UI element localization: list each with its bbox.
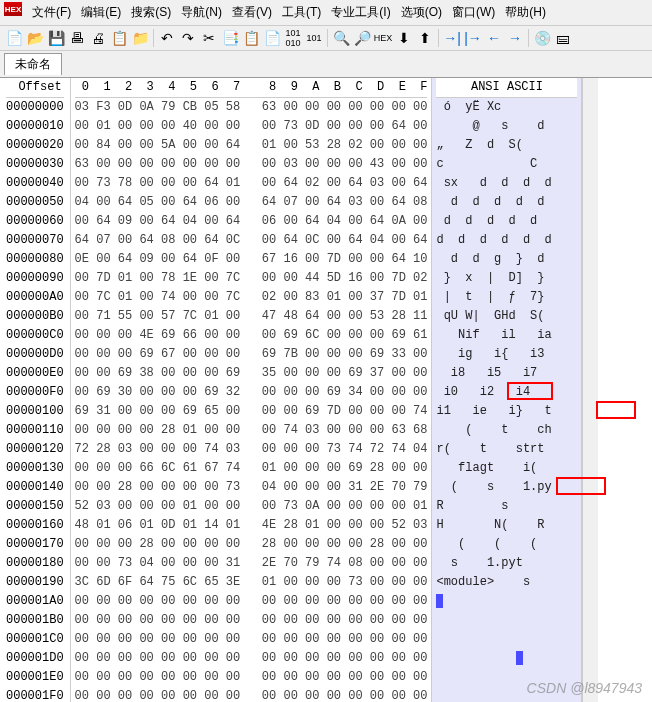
- menu-item[interactable]: 窗口(W): [448, 2, 499, 23]
- hex-row[interactable]: 00 00 00 00 28 01 00 00 00 74 03 00 00 0…: [75, 421, 428, 440]
- hex-row[interactable]: 00 00 28 00 00 00 00 73 04 00 00 00 31 2…: [75, 478, 428, 497]
- ascii-row[interactable]: r( t strt: [436, 440, 577, 459]
- menu-item[interactable]: 查看(V): [228, 2, 276, 23]
- hex-row[interactable]: 04 00 64 05 00 64 06 00 64 07 00 64 03 0…: [75, 193, 428, 212]
- hex-row[interactable]: 00 64 09 00 64 04 00 64 06 00 64 04 00 6…: [75, 212, 428, 231]
- hex-row[interactable]: 52 03 00 00 00 01 00 00 00 73 0A 00 00 0…: [75, 497, 428, 516]
- ascii-row[interactable]: Nif il ia: [436, 326, 577, 345]
- ascii-row[interactable]: @ s d: [436, 117, 577, 136]
- hex-row[interactable]: 00 84 00 00 5A 00 00 64 01 00 53 28 02 0…: [75, 136, 428, 155]
- menu-item[interactable]: 导航(N): [177, 2, 226, 23]
- menu-item[interactable]: 搜索(S): [127, 2, 175, 23]
- menu-item[interactable]: 文件(F): [28, 2, 75, 23]
- new-file-icon[interactable]: 📄: [4, 28, 24, 48]
- hex-row[interactable]: 00 7D 01 00 78 1E 00 7C 00 00 44 5D 16 0…: [75, 269, 428, 288]
- ascii-row[interactable]: <module> s: [436, 573, 577, 592]
- binary2-icon[interactable]: 101: [304, 28, 324, 48]
- ascii-row[interactable]: d d d d d: [436, 212, 577, 231]
- hex-row[interactable]: 0E 00 64 09 00 64 0F 00 67 16 00 7D 00 0…: [75, 250, 428, 269]
- hex-row[interactable]: 64 07 00 64 08 00 64 0C 00 64 0C 00 64 0…: [75, 231, 428, 250]
- ascii-row[interactable]: | t | ƒ 7}: [436, 288, 577, 307]
- hex-row[interactable]: 00 00 00 00 00 00 00 00 00 00 00 00 00 0…: [75, 630, 428, 649]
- find-next-icon[interactable]: ⬇: [394, 28, 414, 48]
- hex-row[interactable]: 69 31 00 00 00 69 65 00 00 00 69 7D 00 0…: [75, 402, 428, 421]
- ascii-row[interactable]: [436, 649, 577, 668]
- paste2-icon[interactable]: 📄: [262, 28, 282, 48]
- disk2-icon[interactable]: 🖴: [553, 28, 573, 48]
- ascii-row[interactable]: qU W| GHd S(: [436, 307, 577, 326]
- disk-icon[interactable]: 💿: [532, 28, 552, 48]
- back-icon[interactable]: ←: [484, 28, 504, 48]
- menu-item[interactable]: 专业工具(I): [327, 2, 394, 23]
- menu-item[interactable]: 选项(O): [397, 2, 446, 23]
- ascii-row[interactable]: ig i{ i3: [436, 345, 577, 364]
- hex-row[interactable]: 00 00 69 38 00 00 00 69 35 00 00 00 69 3…: [75, 364, 428, 383]
- ascii-row[interactable]: c C: [436, 155, 577, 174]
- ascii-row[interactable]: flagt i(: [436, 459, 577, 478]
- copy-icon[interactable]: 📑: [220, 28, 240, 48]
- binary-icon[interactable]: 101010: [283, 28, 303, 48]
- ascii-row[interactable]: d d g } d: [436, 250, 577, 269]
- redo-icon[interactable]: ↷: [178, 28, 198, 48]
- ascii-row[interactable]: i8 i5 i7: [436, 364, 577, 383]
- goto-icon[interactable]: →|: [442, 28, 462, 48]
- hex-row[interactable]: 00 00 00 4E 69 66 00 00 00 69 6C 00 00 0…: [75, 326, 428, 345]
- ascii-row[interactable]: ( s 1.py: [436, 478, 577, 497]
- ascii-row[interactable]: R s: [436, 497, 577, 516]
- save-as-icon[interactable]: 🖶: [67, 28, 87, 48]
- vertical-scrollbar[interactable]: [582, 78, 598, 702]
- ascii-row[interactable]: „ Z d S(: [436, 136, 577, 155]
- hex-row[interactable]: 00 69 30 00 00 00 69 32 00 00 00 69 34 0…: [75, 383, 428, 402]
- forward-icon[interactable]: →: [505, 28, 525, 48]
- ascii-column[interactable]: ANSI ASCII ó yË Xc @ s d „ Z d S( c C sx…: [432, 78, 582, 702]
- undo-icon[interactable]: ↶: [157, 28, 177, 48]
- hex-row[interactable]: 63 00 00 00 00 00 00 00 00 03 00 00 00 4…: [75, 155, 428, 174]
- properties-icon[interactable]: 📋: [109, 28, 129, 48]
- tab-unnamed[interactable]: 未命名: [4, 53, 62, 75]
- hex-row[interactable]: 00 73 78 00 00 00 64 01 00 64 02 00 64 0…: [75, 174, 428, 193]
- ascii-row[interactable]: sx d d d d: [436, 174, 577, 193]
- menu-item[interactable]: 帮助(H): [501, 2, 550, 23]
- ascii-row[interactable]: [436, 668, 577, 687]
- cut-icon[interactable]: ✂: [199, 28, 219, 48]
- hex-row[interactable]: 00 01 00 00 00 40 00 00 00 73 0D 00 00 0…: [75, 117, 428, 136]
- ascii-row[interactable]: d d d d d d: [436, 231, 577, 250]
- ascii-row[interactable]: [436, 592, 577, 611]
- hex-row[interactable]: 00 00 00 00 00 00 00 00 00 00 00 00 00 0…: [75, 687, 428, 702]
- hex-row[interactable]: 00 00 00 28 00 00 00 00 28 00 00 00 00 2…: [75, 535, 428, 554]
- folder-icon[interactable]: 📁: [130, 28, 150, 48]
- hex-row[interactable]: 03 F3 0D 0A 79 CB 05 58 63 00 00 00 00 0…: [75, 98, 428, 117]
- ascii-row[interactable]: [436, 611, 577, 630]
- hex-row[interactable]: 00 00 00 69 67 00 00 00 69 7B 00 00 00 6…: [75, 345, 428, 364]
- ascii-row[interactable]: ( ( (: [436, 535, 577, 554]
- ascii-row[interactable]: s 1.pyt: [436, 554, 577, 573]
- hex-search-icon[interactable]: HEX: [373, 28, 393, 48]
- hex-row[interactable]: 3C 6D 6F 64 75 6C 65 3E 01 00 00 00 73 0…: [75, 573, 428, 592]
- ascii-row[interactable]: [436, 687, 577, 702]
- ascii-row[interactable]: d d d d d: [436, 193, 577, 212]
- ascii-row[interactable]: [436, 630, 577, 649]
- hex-row[interactable]: 00 7C 01 00 74 00 00 7C 02 00 83 01 00 3…: [75, 288, 428, 307]
- hex-row[interactable]: 00 00 00 66 6C 61 67 74 01 00 00 00 69 2…: [75, 459, 428, 478]
- hex-row[interactable]: 00 00 00 00 00 00 00 00 00 00 00 00 00 0…: [75, 668, 428, 687]
- menu-item[interactable]: 编辑(E): [77, 2, 125, 23]
- hex-row[interactable]: 00 00 00 00 00 00 00 00 00 00 00 00 00 0…: [75, 611, 428, 630]
- ascii-row[interactable]: ( t ch: [436, 421, 577, 440]
- save-icon[interactable]: 💾: [46, 28, 66, 48]
- hex-row[interactable]: 00 00 00 00 00 00 00 00 00 00 00 00 00 0…: [75, 592, 428, 611]
- find-replace-icon[interactable]: 🔎: [352, 28, 372, 48]
- ascii-row[interactable]: i1 ie i} t: [436, 402, 577, 421]
- paste-icon[interactable]: 📋: [241, 28, 261, 48]
- open-file-icon[interactable]: 📂: [25, 28, 45, 48]
- hex-row[interactable]: 00 00 73 04 00 00 00 31 2E 70 79 74 08 0…: [75, 554, 428, 573]
- hex-column[interactable]: 0 1 2 3 4 5 6 7 8 9 A B C D E F 03 F3 0D…: [71, 78, 433, 702]
- find-prev-icon[interactable]: ⬆: [415, 28, 435, 48]
- hex-row[interactable]: 72 28 03 00 00 00 74 03 00 00 00 73 74 7…: [75, 440, 428, 459]
- goto2-icon[interactable]: |→: [463, 28, 483, 48]
- hex-row[interactable]: 00 71 55 00 57 7C 01 00 47 48 64 00 00 5…: [75, 307, 428, 326]
- ascii-row[interactable]: } x | D] }: [436, 269, 577, 288]
- ascii-row[interactable]: H N( R: [436, 516, 577, 535]
- hex-row[interactable]: 48 01 06 01 0D 01 14 01 4E 28 01 00 00 0…: [75, 516, 428, 535]
- ascii-row[interactable]: ó yË Xc: [436, 98, 577, 117]
- print-icon[interactable]: 🖨: [88, 28, 108, 48]
